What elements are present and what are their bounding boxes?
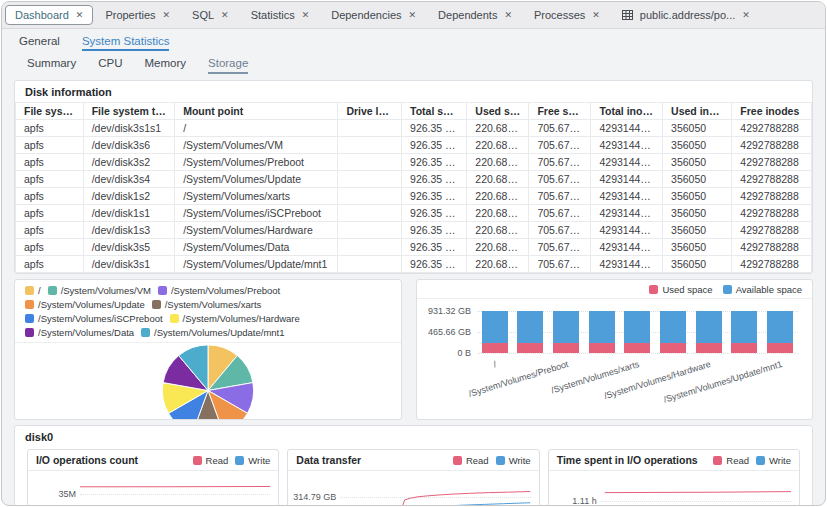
tab-close-icon[interactable]: ✕ xyxy=(504,11,512,20)
tab-processes[interactable]: Processes✕ xyxy=(524,5,610,25)
table-cell: 4293144338 xyxy=(591,188,663,205)
legend-item-read: Read xyxy=(713,455,749,466)
bar-slot xyxy=(477,311,513,353)
bar-system-volumes-update-mnt1[interactable] xyxy=(767,311,793,353)
nav-item-general[interactable]: General xyxy=(19,35,60,51)
table-cell: 926.35 GB xyxy=(402,137,467,154)
column-header-total-space: Total space xyxy=(402,103,467,120)
nav-item-summary[interactable]: Summary xyxy=(27,57,76,74)
table-cell: 4292788288 xyxy=(732,154,812,171)
disk-information-title: Disk information xyxy=(15,81,812,102)
table-cell xyxy=(338,205,402,222)
table-row: apfs/dev/disk3s5/System/Volumes/Data926.… xyxy=(16,239,812,256)
bar-segment-used xyxy=(517,343,543,353)
legend-label: /System/Volumes/Preboot xyxy=(171,284,280,297)
tab-dashboard[interactable]: Dashboard✕ xyxy=(5,5,93,25)
nav-item-system-statistics[interactable]: System Statistics xyxy=(82,35,170,51)
table-cell: /dev/disk3s1s1 xyxy=(83,120,175,137)
legend-label: /System/Volumes/Data xyxy=(38,326,134,339)
tab-properties[interactable]: Properties✕ xyxy=(95,5,180,25)
tab-sql[interactable]: SQL✕ xyxy=(182,5,239,25)
nav-item-storage[interactable]: Storage xyxy=(208,57,248,74)
table-icon xyxy=(622,10,633,20)
disk0-title: disk0 xyxy=(15,426,812,447)
nav-item-memory[interactable]: Memory xyxy=(144,57,186,74)
table-cell: 356050 xyxy=(663,239,732,256)
table-cell: 4292788288 xyxy=(732,222,812,239)
legend-swatch xyxy=(193,456,202,465)
bar-slot xyxy=(691,311,727,353)
mini-panel-legend: ReadWrite xyxy=(453,455,531,466)
bar-system-volumes-xarts[interactable] xyxy=(624,311,650,353)
bar-system-volumes-vm[interactable] xyxy=(517,311,543,353)
bar-system-volumes-iscpreboot[interactable] xyxy=(660,311,686,353)
pgadmin-dashboard-window: Dashboard✕Properties✕SQL✕Statistics✕Depe… xyxy=(1,1,826,506)
disk-usage-pie-chart xyxy=(160,343,256,419)
nav-item-cpu[interactable]: CPU xyxy=(98,57,122,74)
table-cell: 705.67 GB xyxy=(529,239,591,256)
table-cell xyxy=(338,137,402,154)
y-axis-tick: 1.11 h xyxy=(572,496,596,506)
tab-dependencies[interactable]: Dependencies✕ xyxy=(321,5,426,25)
tab-statistics[interactable]: Statistics✕ xyxy=(241,5,320,25)
bar-segment-available xyxy=(624,311,650,343)
legend-item-read: Read xyxy=(193,455,229,466)
bar-system-volumes-data[interactable] xyxy=(731,311,757,353)
tab-close-icon[interactable]: ✕ xyxy=(221,11,229,20)
table-cell: 926.35 GB xyxy=(402,205,467,222)
bar-system-volumes-preboot[interactable] xyxy=(553,311,579,353)
table-cell: apfs xyxy=(16,154,84,171)
legend-item-system-volumes-preboot: /System/Volumes/Preboot xyxy=(158,284,280,297)
legend-swatch xyxy=(25,286,34,295)
table-row: apfs/dev/disk1s3/System/Volumes/Hardware… xyxy=(16,222,812,239)
legend-swatch xyxy=(25,314,34,323)
table-cell: 705.67 GB xyxy=(529,256,591,273)
table-cell: /dev/disk1s3 xyxy=(83,222,175,239)
data-transfer-chart: 314.79 GB xyxy=(288,471,538,506)
bar-item[interactable] xyxy=(482,311,508,353)
legend-item-write: Write xyxy=(496,455,531,466)
table-cell: 356050 xyxy=(663,222,732,239)
bar-system-volumes-update[interactable] xyxy=(589,311,615,353)
tab-public-address-po[interactable]: public.address/po...✕ xyxy=(612,5,760,25)
tab-close-icon[interactable]: ✕ xyxy=(592,11,600,20)
tab-close-icon[interactable]: ✕ xyxy=(302,11,310,20)
legend-item-system-volumes-update-mnt1: /System/Volumes/Update/mnt1 xyxy=(141,326,284,339)
table-cell: 705.67 GB xyxy=(529,171,591,188)
bar-system-volumes-hardware[interactable] xyxy=(696,311,722,353)
tab-close-icon[interactable]: ✕ xyxy=(163,11,171,20)
legend-item-read: Read xyxy=(453,455,489,466)
column-header-total-inodes: Total inodes xyxy=(591,103,663,120)
table-cell: 926.35 GB xyxy=(402,171,467,188)
disk-information-table: File systemFile system typeMount pointDr… xyxy=(15,102,812,273)
bar-segment-available xyxy=(482,311,508,343)
table-cell: 4293144338 xyxy=(591,205,663,222)
legend-swatch xyxy=(152,300,161,309)
mini-panel-header: Time spent in I/O operationsReadWrite xyxy=(549,450,799,471)
table-cell: 926.35 GB xyxy=(402,222,467,239)
table-cell: 4292788288 xyxy=(732,120,812,137)
tab-close-icon[interactable]: ✕ xyxy=(76,11,84,20)
table-cell: /dev/disk3s5 xyxy=(83,239,175,256)
table-cell: /dev/disk3s2 xyxy=(83,154,175,171)
table-cell: 356050 xyxy=(663,154,732,171)
table-cell: apfs xyxy=(16,171,84,188)
tab-close-icon[interactable]: ✕ xyxy=(409,11,417,20)
legend-label: Write xyxy=(509,455,531,466)
y-axis-tick: 314.79 GB xyxy=(293,492,336,502)
tab-close-icon[interactable]: ✕ xyxy=(742,11,750,20)
bar-segment-used xyxy=(767,343,793,353)
table-row: apfs/dev/disk3s4/System/Volumes/Update92… xyxy=(16,171,812,188)
tab-dependents[interactable]: Dependents✕ xyxy=(428,5,522,25)
bar-slot xyxy=(620,311,656,353)
data-transfer-write-line xyxy=(401,503,530,506)
table-cell xyxy=(338,154,402,171)
table-row: apfs/dev/disk3s2/System/Volumes/Preboot9… xyxy=(16,154,812,171)
table-header-row: File systemFile system typeMount pointDr… xyxy=(16,103,812,120)
legend-item-item: / xyxy=(25,284,41,297)
disk-information-panel: Disk information File systemFile system … xyxy=(14,80,813,274)
gridline xyxy=(477,353,798,354)
legend-item-write: Write xyxy=(235,455,270,466)
time-spent-io-chart: 1.11 h xyxy=(549,471,799,506)
table-cell: 705.67 GB xyxy=(529,137,591,154)
